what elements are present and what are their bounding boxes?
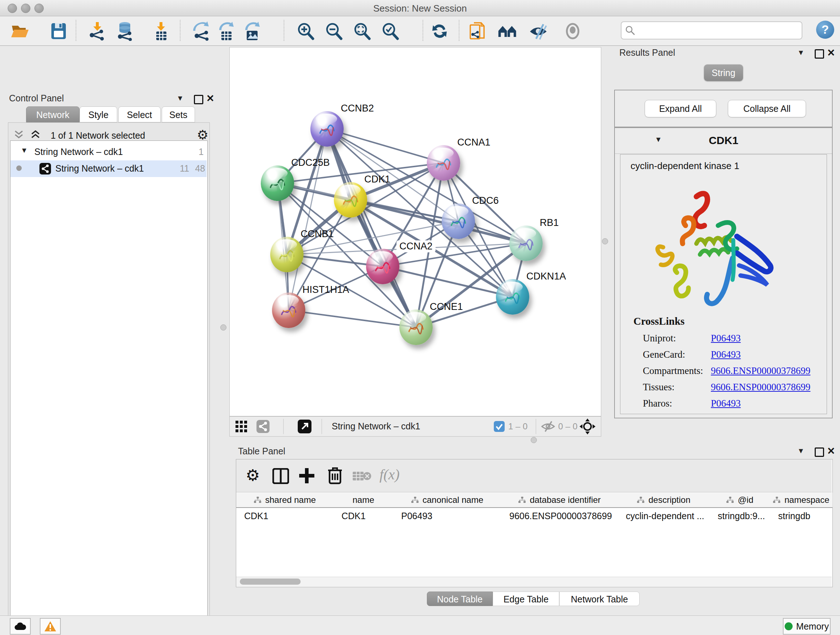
right-splitter-handle[interactable] (602, 238, 608, 244)
results-panel-close-icon[interactable]: ✕ (827, 47, 835, 59)
network-node-ccnb2[interactable] (310, 111, 344, 147)
string-home-neighbors-icon[interactable] (498, 21, 517, 41)
control-panel-float-icon[interactable] (194, 95, 203, 104)
collapse-all-chevron-icon[interactable] (14, 130, 27, 141)
hidden-eye-slash-icon[interactable] (541, 420, 555, 432)
results-panel-float-icon[interactable] (815, 49, 824, 59)
entry-detail-box: cyclin-dependent kinase 1 CrossLinks (620, 154, 827, 414)
node-label-cdk1: CDK1 (364, 174, 390, 185)
collapse-all-button[interactable]: Collapse All (728, 100, 806, 117)
network-node-cdc6[interactable] (442, 203, 475, 239)
open-session-icon[interactable] (10, 21, 30, 41)
toolbar-separator (536, 419, 536, 434)
toolbar-separator (76, 20, 76, 41)
network-node-cdkn1a[interactable] (496, 279, 529, 315)
expand-all-button[interactable]: Expand All (645, 100, 716, 117)
table-panel-menu-icon[interactable]: ▼ (797, 447, 805, 455)
table-cell[interactable]: cyclin-dependent ... (618, 508, 710, 524)
tab-edge-table[interactable]: Edge Table (493, 592, 559, 606)
pan-crosshair-icon[interactable] (579, 418, 596, 435)
tab-network[interactable]: Network (26, 106, 80, 122)
toolbar-search-input[interactable] (621, 21, 802, 40)
table-cell[interactable]: stringdb:9... (710, 508, 770, 524)
expand-all-chevron-icon[interactable] (30, 130, 43, 141)
tab-select[interactable]: Select (118, 106, 161, 122)
tab-node-table[interactable]: Node Table (427, 592, 493, 606)
table-cell[interactable]: CDK1 (236, 508, 333, 524)
import-table-file-icon[interactable] (151, 21, 171, 41)
zoom-fit-icon[interactable] (352, 21, 372, 41)
node-structure-thumbnail (276, 245, 298, 266)
network-node-ccnb1[interactable] (270, 237, 303, 272)
zoom-selected-icon[interactable] (381, 21, 400, 41)
show-columns-icon[interactable] (272, 468, 289, 484)
add-column-icon[interactable] (298, 467, 315, 484)
table-hscrollbar[interactable] (236, 577, 832, 586)
control-panel-menu-icon[interactable]: ▼ (177, 94, 184, 103)
cloud-status-button[interactable] (10, 618, 31, 635)
tab-style[interactable]: Style (80, 106, 117, 122)
table-cell[interactable]: CDK1 (333, 508, 393, 524)
table-cell[interactable]: 9606.ENSP00000378699 (501, 508, 618, 524)
save-session-icon[interactable] (49, 21, 68, 41)
birdseye-grid-icon[interactable] (235, 421, 248, 432)
node-label-ccna1: CCNA1 (457, 137, 491, 148)
crosslink-link[interactable]: 9606.ENSP00000378699 (711, 382, 810, 393)
open-in-new-window-icon[interactable] (298, 420, 311, 433)
warnings-button[interactable] (40, 618, 61, 635)
tab-network-table[interactable]: Network Table (559, 592, 639, 606)
refresh-layout-icon[interactable] (430, 21, 449, 41)
table-hscrollbar-thumb[interactable] (240, 578, 301, 585)
network-collection-row[interactable]: ▼ String Network – cdk1 1 (11, 144, 207, 160)
left-splitter-handle[interactable] (220, 325, 226, 331)
network-node-rb1[interactable] (509, 226, 543, 261)
zoom-in-icon[interactable] (296, 21, 316, 41)
application-window: Session: New Session ? Control Panel ▼ (0, 0, 840, 635)
crosslink-row: Compartments:9606.ENSP00000378699 (621, 363, 827, 379)
network-node-ccna2[interactable] (366, 249, 399, 284)
string-documents-icon[interactable] (468, 21, 488, 41)
tab-sets[interactable]: Sets (162, 106, 195, 122)
network-row-selected[interactable]: String Network – cdk1 11 48 (11, 160, 207, 177)
export-table-icon[interactable] (216, 21, 236, 41)
network-node-hist1h1a[interactable] (272, 293, 305, 328)
crosslink-link[interactable]: P06493 (711, 349, 741, 360)
entry-gene-name: CDK1 (615, 134, 832, 147)
results-tab-string[interactable]: String (704, 65, 743, 81)
hide-glass-eye-icon[interactable] (529, 21, 548, 41)
toolbar-separator (283, 419, 284, 434)
table-cell[interactable]: stringdb (770, 508, 832, 524)
crosslink-link[interactable]: P06493 (711, 333, 741, 344)
help-button[interactable]: ? (816, 21, 834, 39)
results-panel-menu-icon[interactable]: ▼ (797, 49, 805, 57)
bottom-splitter-handle[interactable] (531, 437, 537, 443)
table-panel-close-icon[interactable]: ✕ (827, 445, 835, 457)
toolbar-separator (284, 20, 284, 41)
network-node-cdc25b[interactable] (261, 165, 294, 201)
table-settings-gear-icon[interactable]: ⚙ (246, 466, 260, 485)
table-cell[interactable]: P06493 (393, 508, 501, 524)
import-network-file-icon[interactable] (88, 21, 107, 41)
export-image-icon[interactable] (242, 21, 262, 41)
collection-expand-icon[interactable]: ▼ (21, 146, 28, 155)
crosslink-link[interactable]: 9606.ENSP00000378699 (711, 365, 810, 377)
results-entry-header[interactable]: ▼ CDK1 (615, 128, 832, 154)
control-panel-close-icon[interactable]: ✕ (206, 93, 215, 104)
table-panel-float-icon[interactable] (815, 448, 824, 457)
table-data-row[interactable]: CDK1CDK1P064939606.ENSP00000378699cyclin… (236, 493, 832, 525)
network-node-ccna1[interactable] (427, 145, 460, 181)
selected-checkbox-icon[interactable] (494, 421, 505, 432)
delete-column-icon[interactable] (327, 467, 343, 485)
export-network-icon[interactable] (192, 21, 211, 41)
network-view-canvas[interactable]: CCNB2CCNA1CDC25BCDK1CDC6RB1CCNB1CCNA2CDK… (229, 47, 601, 416)
table-panel-body: ⚙ f(x) shared namenamecanonical namedata… (236, 459, 833, 587)
node-label-cdkn1a: CDKN1A (526, 271, 566, 282)
network-share-icon (39, 163, 51, 174)
crosslink-link[interactable]: P06493 (711, 398, 741, 409)
network-node-cdk1[interactable] (334, 182, 367, 218)
network-node-ccne1[interactable] (399, 310, 433, 345)
zoom-out-icon[interactable] (324, 21, 344, 41)
share-network-gray-icon[interactable] (256, 420, 270, 433)
import-network-database-icon[interactable] (115, 21, 134, 41)
memory-button[interactable]: Memory (783, 618, 831, 635)
